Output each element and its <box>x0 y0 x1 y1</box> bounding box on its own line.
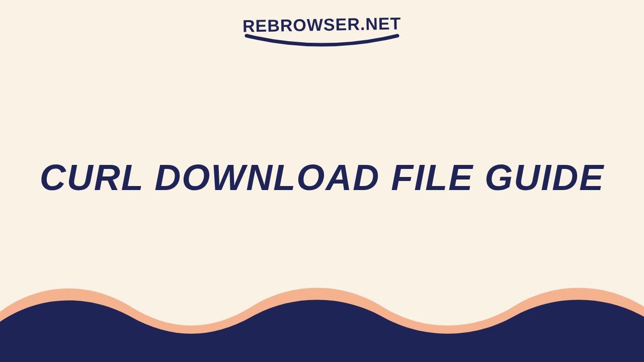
brand-block: REBROWSER.NET <box>242 15 403 48</box>
page-title: CURL DOWNLOAD FILE GUIDE <box>0 157 644 198</box>
wave-navy <box>0 287 644 362</box>
wave-decoration <box>0 272 644 362</box>
brand-name: REBROWSER.NET <box>243 14 401 36</box>
